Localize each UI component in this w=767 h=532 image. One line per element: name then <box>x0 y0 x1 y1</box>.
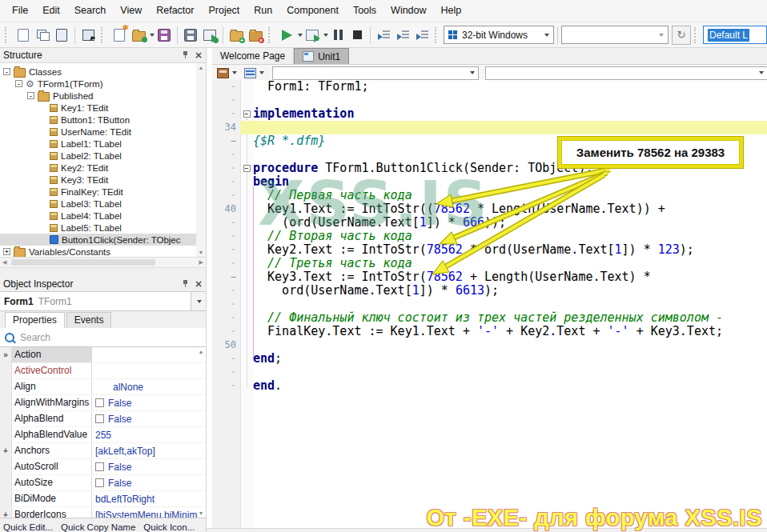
collapse-icon[interactable]: - <box>27 92 34 99</box>
menu-run[interactable]: Run <box>247 0 279 22</box>
menu-search[interactable]: Search <box>67 0 114 22</box>
fold-collapse-icon[interactable]: − <box>243 165 251 172</box>
checkbox-unchecked[interactable] <box>95 478 104 487</box>
desktop-layout-combo[interactable]: Default L <box>703 26 767 44</box>
property-value[interactable]: False <box>92 414 206 425</box>
property-value[interactable]: [akLeft,akTop] <box>92 446 206 457</box>
scroll-down-icon[interactable]: ▼ <box>199 250 204 255</box>
tree-item-key3-tedit[interactable]: Key3: TEdit <box>0 174 206 186</box>
menu-project[interactable]: Project <box>201 0 247 22</box>
open-file-button[interactable] <box>33 26 52 45</box>
save-all-button[interactable] <box>181 26 200 45</box>
inspector-search[interactable]: Search <box>0 328 206 347</box>
property-value[interactable]: False <box>92 462 206 473</box>
dock-splitter[interactable] <box>0 268 206 277</box>
property-row-bordericons[interactable]: +BorderIcons[biSystemMenu,biMinim <box>0 507 206 518</box>
run-until-return-button[interactable] <box>412 26 432 45</box>
gutter-cell[interactable]: · <box>212 175 240 189</box>
collapse-icon[interactable]: - <box>3 68 10 75</box>
code-line[interactable]: · <box>212 298 767 311</box>
tree-item-variables-constants[interactable]: +Variables/Constants <box>0 246 206 258</box>
property-value[interactable]: [biSystemMenu,biMinim <box>92 510 206 518</box>
code-line[interactable]: · <box>212 94 767 107</box>
property-row-bidimode[interactable]: BiDiModebdLeftToRight <box>0 491 206 507</box>
gutter-cell[interactable]: · <box>212 94 240 107</box>
gutter-cell[interactable]: · <box>212 107 240 121</box>
gutter-cell[interactable]: − <box>212 134 240 148</box>
menu-help[interactable]: Help <box>434 0 469 22</box>
fold-collapse-icon[interactable]: − <box>243 110 251 118</box>
toolbox-caret[interactable] <box>232 71 237 74</box>
quick-link-quick-icon[interactable]: Quick Icon... <box>143 522 195 532</box>
expand-icon[interactable]: + <box>0 443 12 458</box>
code-line[interactable]: · (ord(UserName.Text[1]) * 666)); <box>212 216 767 230</box>
structure-tree[interactable]: -Classes-⚙TForm1(TForm)-PublishedKey1: T… <box>0 62 206 258</box>
toolbar-grip[interactable] <box>5 27 10 43</box>
menu-edit[interactable]: Edit <box>35 0 67 22</box>
menu-window[interactable]: Window <box>384 0 433 22</box>
gutter-cell[interactable]: · <box>212 216 240 230</box>
save-project-button[interactable] <box>200 26 219 45</box>
sync-edit-button[interactable] <box>242 66 258 80</box>
gutter-cell[interactable]: · <box>212 366 240 379</box>
gutter-cell[interactable]: · <box>212 230 240 243</box>
inspector-vertical-scrollbar[interactable]: ▲▼ <box>196 347 206 518</box>
property-row-anchors[interactable]: +Anchors[akLeft,akTop] <box>0 443 206 459</box>
tree-item-key1-tedit[interactable]: Key1: TEdit <box>0 102 206 114</box>
scroll-right-icon[interactable]: ▶ <box>199 259 203 266</box>
close-icon[interactable]: × <box>195 279 203 289</box>
device-combo[interactable] <box>561 26 669 44</box>
code-line[interactable]: − Key3.Text := IntToStr(78562 + Length(U… <box>212 270 767 284</box>
property-value[interactable]: bdLeftToRight <box>92 494 206 505</box>
expand-icon[interactable]: + <box>0 507 12 518</box>
property-row-autosize[interactable]: AutoSizeFalse <box>0 475 206 491</box>
code-line[interactable]: · // Третья часть кода <box>212 257 767 270</box>
add-to-project-button[interactable]: + <box>227 26 246 45</box>
tree-item-key2-tedit[interactable]: Key2: TEdit <box>0 162 206 174</box>
remove-from-project-button[interactable]: × <box>246 26 265 45</box>
collapse-icon[interactable]: - <box>15 80 22 87</box>
gutter-cell[interactable]: · <box>212 311 240 325</box>
quick-link-quick-copy-name[interactable]: Quick Copy Name <box>61 522 135 532</box>
open-project-button[interactable] <box>52 26 71 45</box>
tree-item-label1-tlabel[interactable]: Label1: TLabel <box>0 138 206 150</box>
gutter-cell[interactable]: · <box>212 257 240 270</box>
tree-item-finalkey-tedit[interactable]: FinalKey: TEdit <box>0 186 206 198</box>
gutter-cell[interactable]: · <box>212 325 240 338</box>
tab-welcome-page[interactable]: Welcome Page <box>212 48 294 64</box>
trace-into-button[interactable] <box>374 26 393 45</box>
code-line[interactable]: · <box>212 366 767 379</box>
property-row-align[interactable]: AlignalNone <box>0 379 206 395</box>
property-value[interactable]: alNone <box>92 382 206 393</box>
new-items-button[interactable]: ✱ <box>110 26 129 45</box>
pin-icon[interactable] <box>182 51 189 59</box>
checkbox-unchecked[interactable] <box>95 462 104 471</box>
tab-properties[interactable]: Properties <box>5 312 65 328</box>
method-navigation-combo[interactable] <box>272 66 479 80</box>
code-line[interactable]: ·begin <box>212 175 767 189</box>
save-button[interactable] <box>155 26 174 45</box>
tree-item-label2-tlabel[interactable]: Label2: TLabel <box>0 150 206 162</box>
refresh-devices-button[interactable]: ↻ <box>672 26 691 45</box>
checkbox-unchecked[interactable] <box>95 414 104 423</box>
structure-vertical-scrollbar[interactable]: ▲▼ <box>196 63 206 257</box>
gutter-cell[interactable]: 40 <box>212 202 240 216</box>
scroll-down-icon[interactable]: ▼ <box>199 510 204 516</box>
code-line[interactable]: · // Финальный ключ состоит из трех част… <box>212 311 767 325</box>
code-line[interactable]: · // Первая часть кода <box>212 189 767 202</box>
code-line[interactable]: · Key2.Text := IntToStr(78562 * ord(User… <box>212 243 767 257</box>
code-line[interactable]: 34 <box>212 121 767 134</box>
run-button[interactable] <box>277 26 296 45</box>
code-line[interactable]: · // Вторая часть кода <box>212 230 767 243</box>
tab-events[interactable]: Events <box>66 312 112 328</box>
menu-view[interactable]: View <box>113 0 149 22</box>
code-line[interactable]: 50 <box>212 338 767 352</box>
object-selector-dropdown[interactable] <box>191 292 206 310</box>
toolbox-button[interactable] <box>215 66 231 80</box>
property-value[interactable]: False <box>92 478 206 489</box>
gutter-cell[interactable]: · <box>212 243 240 257</box>
scroll-up-icon[interactable]: ▲ <box>199 65 204 70</box>
tree-item-published[interactable]: -Published <box>0 90 206 102</box>
tab-unit1[interactable]: Unit1 <box>294 48 349 64</box>
property-row-activecontrol[interactable]: ActiveControl <box>0 363 206 379</box>
